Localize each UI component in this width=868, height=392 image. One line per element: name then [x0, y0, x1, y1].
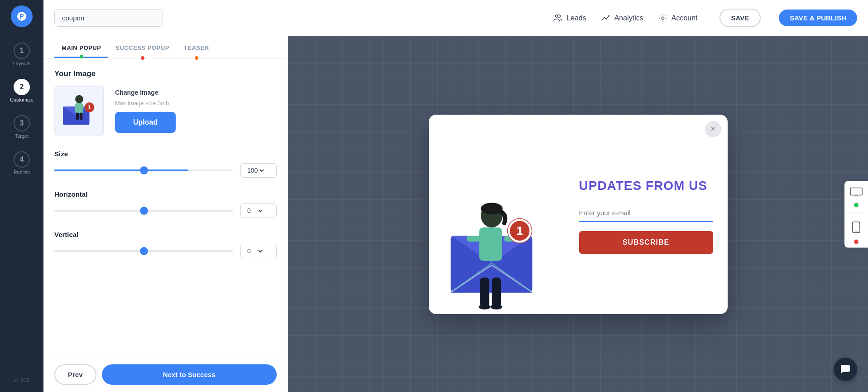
panel-content: Your Image [43, 58, 288, 357]
horizontal-slider-row: 0 10 -10 [54, 203, 277, 218]
svg-rect-8 [75, 103, 83, 114]
analytics-icon [601, 13, 611, 23]
tab-main-popup[interactable]: MAIN POPUP [54, 36, 108, 58]
logo-button[interactable]: P [11, 5, 33, 27]
search-input[interactable] [54, 9, 163, 27]
popup-title: UPDATES FROM US [579, 178, 713, 194]
chat-bubble-button[interactable] [834, 358, 857, 381]
svg-rect-33 [853, 222, 860, 232]
size-slider-row: 100 75 50 125 [54, 163, 277, 178]
content-row: MAIN POPUP SUCCESS POPUP TEASER Your Ima… [43, 36, 868, 392]
vertical-slider[interactable] [54, 250, 233, 252]
editor-panel: MAIN POPUP SUCCESS POPUP TEASER Your Ima… [43, 36, 288, 392]
size-label: Size [54, 150, 277, 158]
svg-rect-9 [76, 113, 79, 120]
nav-label-publish: Publish [14, 169, 30, 175]
tabs-bar: MAIN POPUP SUCCESS POPUP TEASER [43, 36, 288, 58]
change-image-label: Change Image [115, 89, 176, 96]
desktop-view-item[interactable] [847, 184, 865, 199]
mobile-view-item[interactable] [847, 218, 865, 236]
topbar-nav: Leads Analytics Account SAVE SAVE & PUBL… [553, 9, 857, 27]
save-publish-button[interactable]: SAVE & PUBLISH [779, 10, 857, 26]
tab-dot-teaser [195, 56, 198, 60]
svg-rect-10 [80, 113, 82, 120]
svg-text:1: 1 [88, 104, 91, 111]
sidebar-item-layouts[interactable]: 1 Layouts [0, 38, 43, 71]
svg-rect-18 [480, 277, 489, 307]
leads-icon [553, 13, 563, 23]
svg-rect-31 [854, 195, 858, 196]
image-section: 1 Change Image Max image size 3mb Upload [54, 86, 277, 136]
popup-image-side: 1 [429, 115, 565, 314]
analytics-label: Analytics [614, 14, 643, 22]
horizontal-select[interactable]: 0 10 -10 [245, 207, 264, 215]
vertical-slider-row: 0 10 -10 [54, 244, 277, 258]
svg-rect-23 [466, 236, 480, 242]
analytics-nav-item[interactable]: Analytics [601, 13, 643, 23]
topbar: Leads Analytics Account SAVE SAVE & PUBL… [43, 0, 868, 36]
version-label: v1.3.38 [14, 378, 29, 387]
size-select[interactable]: 100 75 50 125 [245, 166, 265, 174]
desktop-status-dot [854, 203, 858, 207]
save-button[interactable]: SAVE [719, 9, 761, 27]
image-section-title: Your Image [54, 69, 277, 78]
popup-illustration: 1 [442, 183, 551, 314]
popup-email-input[interactable] [579, 204, 713, 222]
svg-point-21 [490, 304, 502, 309]
canvas-area: × [288, 36, 868, 392]
chat-icon [839, 363, 851, 375]
right-edge-panel [844, 181, 868, 247]
popup-close-button[interactable]: × [705, 121, 721, 137]
tab-dot-success [141, 56, 144, 60]
nav-number-1: 1 [14, 43, 30, 59]
prev-button[interactable]: Prev [54, 364, 96, 385]
svg-rect-34 [855, 231, 857, 232]
mobile-icon [852, 221, 860, 233]
image-info: Change Image Max image size 3mb Upload [115, 89, 176, 133]
account-nav-item[interactable]: Account [658, 13, 698, 23]
vertical-value: 0 10 -10 [240, 244, 277, 258]
desktop-icon [850, 187, 863, 196]
popup-modal: × [429, 115, 728, 314]
nav-label-customize: Customize [10, 97, 34, 102]
preview-image: 1 [59, 90, 100, 131]
tab-success-popup[interactable]: SUCCESS POPUP [108, 36, 176, 58]
size-value: 100 75 50 125 [240, 163, 277, 178]
size-slider[interactable] [54, 169, 233, 171]
svg-text:1: 1 [516, 224, 523, 237]
svg-point-7 [75, 95, 83, 103]
svg-rect-32 [854, 196, 859, 196]
account-label: Account [671, 14, 698, 22]
svg-rect-22 [479, 227, 502, 261]
max-size-label: Max image size 3mb [115, 100, 176, 106]
vertical-control: Vertical 0 10 -10 [54, 231, 277, 258]
horizontal-label: Horizontal [54, 190, 277, 198]
upload-button[interactable]: Upload [115, 112, 176, 133]
sidebar-item-customize[interactable]: 2 Customize [0, 74, 43, 107]
size-control: Size 100 75 50 125 [54, 150, 277, 178]
svg-point-20 [479, 304, 490, 309]
leads-nav-item[interactable]: Leads [553, 13, 586, 23]
popup-content-side: UPDATES FROM US SUBSCRIBE [565, 115, 728, 314]
nav-number-3: 3 [14, 115, 30, 131]
sidebar-item-target[interactable]: 3 Target [0, 111, 43, 143]
panel-footer: Prev Next to Success [43, 357, 288, 392]
mobile-status-dot [854, 239, 858, 244]
tab-teaser[interactable]: TEASER [177, 36, 216, 58]
image-preview: 1 [54, 86, 104, 136]
svg-point-4 [662, 17, 664, 19]
nav-number-2: 2 [14, 79, 30, 95]
svg-rect-30 [850, 188, 862, 195]
popup-subscribe-button[interactable]: SUBSCRIBE [579, 231, 713, 254]
sidebar-item-publish[interactable]: 4 Publish [0, 147, 43, 179]
tab-dot-main [80, 55, 83, 58]
svg-rect-19 [491, 277, 500, 307]
svg-point-3 [558, 15, 561, 17]
horizontal-slider[interactable] [54, 210, 233, 212]
horizontal-control: Horizontal 0 10 -10 [54, 190, 277, 218]
next-button[interactable]: Next to Success [102, 364, 277, 385]
vertical-select[interactable]: 0 10 -10 [245, 247, 264, 255]
svg-point-2 [556, 15, 558, 17]
left-sidebar: P 1 Layouts 2 Customize 3 Target 4 Publi… [0, 0, 43, 392]
close-icon: × [710, 124, 715, 134]
